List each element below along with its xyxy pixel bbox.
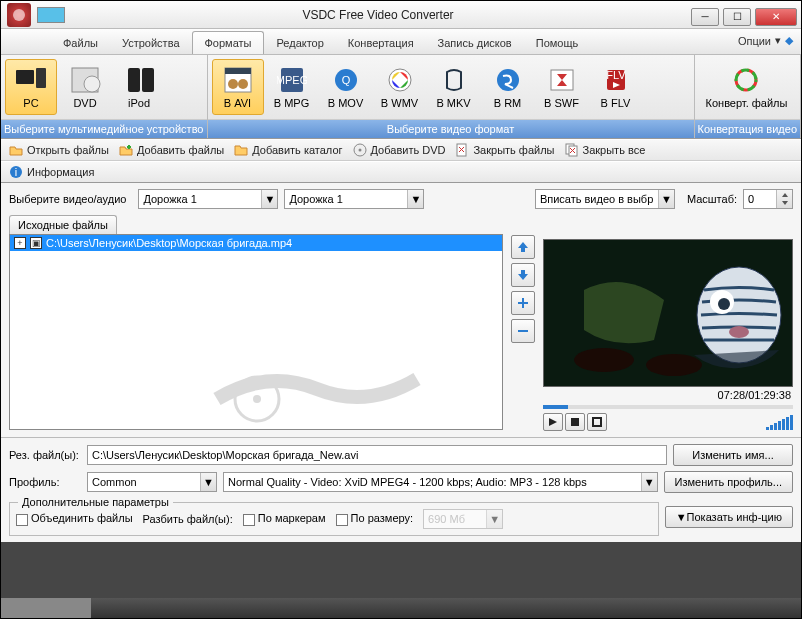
convert-panel: Конверт. файлы Конвертация видео: [695, 55, 801, 138]
output-path-field[interactable]: C:\Users\Ленусик\Desktop\Морская бригада…: [87, 445, 667, 465]
svg-point-44: [729, 326, 749, 338]
svg-marker-35: [518, 270, 528, 280]
chevron-down-icon: ▼: [407, 190, 423, 208]
format-mov[interactable]: QВ MOV: [320, 59, 372, 115]
svg-point-39: [646, 354, 702, 376]
format-mpg[interactable]: MPEGВ MPG: [266, 59, 318, 115]
format-swf[interactable]: В SWF: [536, 59, 588, 115]
menu-bar: Файлы Устройства Форматы Редактор Конвер…: [1, 29, 801, 55]
fit-combo[interactable]: Вписать видео в выбр▼: [535, 189, 675, 209]
convert-files-button[interactable]: Конверт. файлы: [699, 59, 795, 115]
expand-icon[interactable]: +: [14, 237, 26, 249]
add-folder-button[interactable]: Добавить каталог: [234, 143, 342, 157]
tab-help[interactable]: Помощь: [524, 32, 591, 54]
fullscreen-button[interactable]: [587, 413, 607, 431]
tab-burn[interactable]: Запись дисков: [426, 32, 524, 54]
audio-track-combo[interactable]: Дорожка 1▼: [284, 189, 424, 209]
svg-marker-45: [549, 418, 557, 426]
minimize-button[interactable]: ─: [691, 8, 719, 26]
device-pc[interactable]: PC: [5, 59, 57, 115]
convert-caption: Конвертация видео: [695, 119, 800, 138]
svg-text:MPEG: MPEG: [277, 74, 307, 86]
change-profile-button[interactable]: Изменить профиль...: [664, 471, 793, 493]
add-files-button[interactable]: Добавить файлы: [119, 143, 224, 157]
folder-open-icon: [9, 143, 23, 157]
tab-devices[interactable]: Устройства: [110, 32, 192, 54]
list-controls: [511, 235, 535, 431]
rename-button[interactable]: Изменить имя...: [673, 444, 793, 466]
profile-quality-combo[interactable]: Normal Quality - Video: XviD MPEG4 - 120…: [223, 472, 658, 492]
stop-button[interactable]: [565, 413, 585, 431]
device-ipod[interactable]: iPod: [113, 59, 165, 115]
close-all-button[interactable]: Закрыть все: [565, 143, 646, 157]
info-button[interactable]: iИнформация: [9, 165, 94, 179]
play-button[interactable]: [543, 413, 563, 431]
svg-point-16: [497, 69, 519, 91]
svg-point-38: [574, 348, 634, 372]
profile-label: Профиль:: [9, 476, 81, 488]
film-reel-watermark: [207, 359, 427, 429]
file-path: C:\Users\Ленусик\Desktop\Морская бригада…: [46, 237, 292, 249]
maximize-button[interactable]: ☐: [723, 8, 751, 26]
video-preview[interactable]: [543, 239, 793, 387]
svg-rect-36: [518, 330, 528, 332]
devices-panel: PC DVD iPod Выберите мультимедийное устр…: [1, 55, 208, 138]
svg-rect-5: [128, 68, 140, 92]
add-dvd-button[interactable]: Добавить DVD: [353, 143, 446, 157]
svg-point-0: [13, 9, 25, 21]
svg-rect-1: [16, 70, 34, 84]
result-file-label: Рез. файл(ы):: [9, 449, 81, 461]
progress-bar[interactable]: [543, 405, 793, 409]
merge-checkbox[interactable]: Объединить файлы: [16, 512, 133, 525]
video-track-combo[interactable]: Дорожка 1▼: [138, 189, 278, 209]
source-files-tab[interactable]: Исходные файлы: [9, 215, 117, 234]
formats-panel: В AVI MPEGВ MPG QВ MOV В WMV В MKV В RM …: [208, 55, 695, 138]
svg-point-15: [389, 69, 411, 91]
tab-editor[interactable]: Редактор: [264, 32, 335, 54]
format-avi[interactable]: В AVI: [212, 59, 264, 115]
svg-point-9: [228, 79, 238, 89]
close-files-button[interactable]: Закрыть файлы: [455, 143, 554, 157]
volume-indicator[interactable]: [766, 415, 793, 430]
tab-formats[interactable]: Форматы: [192, 31, 265, 54]
svg-point-33: [253, 395, 261, 403]
show-info-button[interactable]: ▼ Показать инф-цию: [665, 506, 793, 528]
info-icon: i: [9, 165, 23, 179]
file-list[interactable]: + ▣ C:\Users\Ленусик\Desktop\Морская бри…: [9, 234, 503, 430]
file-row[interactable]: + ▣ C:\Users\Ленусик\Desktop\Морская бри…: [10, 235, 502, 251]
quick-access-button[interactable]: [37, 7, 65, 23]
main-area: Выберите видео/аудио Дорожка 1▼ Дорожка …: [1, 183, 801, 437]
tab-files[interactable]: Файлы: [51, 32, 110, 54]
svg-rect-6: [142, 68, 154, 92]
close-file-icon: [455, 143, 469, 157]
format-mkv[interactable]: В MKV: [428, 59, 480, 115]
add-icon: [119, 143, 133, 157]
zoom-spinner[interactable]: 0: [743, 189, 793, 209]
format-wmv[interactable]: В WMV: [374, 59, 426, 115]
by-markers-checkbox[interactable]: По маркерам: [243, 512, 326, 525]
move-down-button[interactable]: [511, 263, 535, 287]
format-rm[interactable]: В RM: [482, 59, 534, 115]
device-dvd[interactable]: DVD: [59, 59, 111, 115]
video-file-icon: ▣: [30, 237, 42, 249]
profile-preset-combo[interactable]: Common▼: [87, 472, 217, 492]
by-size-checkbox[interactable]: По размеру:: [336, 512, 414, 525]
svg-point-10: [238, 79, 248, 89]
svg-rect-46: [571, 418, 579, 426]
format-flv[interactable]: FLVВ FLV: [590, 59, 642, 115]
options-menu[interactable]: Опции▾◆: [738, 34, 793, 47]
formats-caption: Выберите видео формат: [208, 119, 694, 138]
open-files-button[interactable]: Открыть файлы: [9, 143, 109, 157]
info-toolbar: iИнформация: [1, 161, 801, 183]
tab-convert[interactable]: Конвертация: [336, 32, 426, 54]
close-all-icon: [565, 143, 579, 157]
svg-rect-47: [593, 418, 601, 426]
svg-point-43: [718, 298, 730, 310]
svg-text:Q: Q: [341, 74, 350, 86]
move-up-button[interactable]: [511, 235, 535, 259]
output-section: Рез. файл(ы): C:\Users\Ленусик\Desktop\М…: [1, 437, 801, 542]
svg-text:FLV: FLV: [606, 69, 626, 81]
add-button[interactable]: [511, 291, 535, 315]
remove-button[interactable]: [511, 319, 535, 343]
close-button[interactable]: ✕: [755, 8, 797, 26]
